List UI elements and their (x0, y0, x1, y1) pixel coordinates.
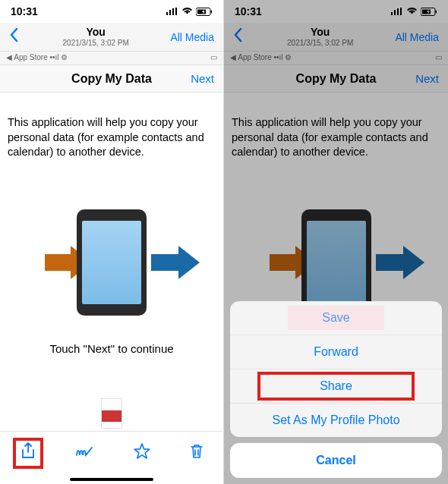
nav-title: You (63, 27, 129, 38)
trash-icon[interactable] (183, 436, 210, 470)
status-indicators (166, 8, 213, 16)
continue-text: Touch "Next" to continue (0, 342, 223, 355)
phone-body-icon (77, 209, 147, 316)
action-sheet: Save Forward Share Set As My Profile Pho… (230, 301, 442, 478)
nav-header: You 2021/3/15, 3:02 PM All Media (0, 23, 223, 52)
svg-rect-2 (211, 10, 213, 13)
sheet-save[interactable]: Save (230, 301, 442, 335)
phone-screen-icon (82, 221, 141, 304)
nav-center: You 2021/3/15, 3:02 PM (63, 27, 129, 46)
thumbnail[interactable] (101, 398, 122, 429)
status-bar: 10:31 (0, 0, 223, 23)
screen-right: 10:31 You 2021/3/15, 3:02 PM All Media (224, 0, 448, 484)
status-time: 10:31 (11, 5, 38, 17)
star-icon[interactable] (127, 436, 157, 470)
sheet-share[interactable]: Share (230, 369, 442, 404)
back-button[interactable] (6, 27, 21, 47)
sheet-share-label: Share (320, 379, 352, 392)
share-icon[interactable] (13, 438, 43, 469)
nav-subtitle: 2021/3/15, 3:02 PM (63, 39, 129, 47)
appstore-label: App Store (14, 53, 47, 61)
save-highlight (288, 306, 384, 330)
home-indicator[interactable] (70, 478, 153, 481)
page-header: Copy My Data Next (0, 65, 223, 93)
thumbnail-strip[interactable] (0, 396, 223, 431)
sheet-set-photo[interactable]: Set As My Profile Photo (230, 404, 442, 437)
appstore-back-row[interactable]: ◀ App Store ••ıl ⚙ ▭ (0, 52, 223, 65)
page-title: Copy My Data (71, 72, 152, 86)
next-button[interactable]: Next (191, 72, 214, 85)
sheet-cancel[interactable]: Cancel (230, 443, 442, 478)
screen-left: 10:31 You 2021/3/15, 3:02 PM All Media ◀… (0, 0, 224, 484)
intro-text: This application will help you copy your… (0, 93, 223, 168)
toolbar (0, 431, 223, 484)
phone-illustration (51, 206, 172, 319)
all-media-link[interactable]: All Media (170, 31, 217, 43)
sheet-forward[interactable]: Forward (230, 335, 442, 369)
sheet-group: Save Forward Share Set As My Profile Pho… (230, 301, 442, 437)
scribble-icon[interactable] (69, 438, 101, 468)
